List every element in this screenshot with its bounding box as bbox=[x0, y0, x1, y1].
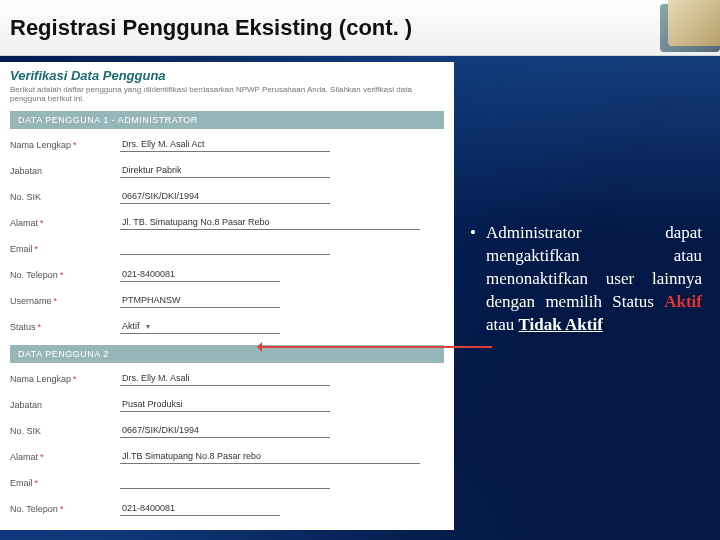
row-username-2: Username* PTM4NJW1L2 bbox=[10, 527, 444, 530]
label-jabatan-2: Jabatan bbox=[10, 400, 120, 410]
select-status-1[interactable]: Aktif ▾ bbox=[120, 320, 280, 334]
label-telepon-2: No. Telepon* bbox=[10, 504, 120, 514]
input-nama-1[interactable]: Drs. Elly M. Asali Act bbox=[120, 138, 330, 152]
callout-note: Administrator dapat mengaktifkan atau me… bbox=[470, 222, 702, 530]
verify-subtext: Berikut adalah daftar pengguna yang diid… bbox=[10, 85, 444, 103]
row-telepon-2: No. Telepon* 021-8400081 bbox=[10, 501, 444, 517]
input-telepon-1[interactable]: 021-8400081 bbox=[120, 268, 280, 282]
input-nama-2[interactable]: Drs. Elly M. Asali bbox=[120, 372, 330, 386]
callout-atau: atau bbox=[486, 315, 519, 334]
row-sik-2: No. SIK 0667/SIK/DKI/1994 bbox=[10, 423, 444, 439]
input-email-2[interactable] bbox=[120, 477, 330, 489]
label-alamat-1: Alamat* bbox=[10, 218, 120, 228]
header-cube-decoration bbox=[580, 0, 720, 56]
row-telepon-1: No. Telepon* 021-8400081 bbox=[10, 267, 444, 283]
input-jabatan-2[interactable]: Pusat Produksi bbox=[120, 398, 330, 412]
form-screenshot-panel: Verifikasi Data Pengguna Berikut adalah … bbox=[0, 62, 454, 530]
row-alamat-1: Alamat* Jl. TB. Simatupang No.8 Pasar Re… bbox=[10, 215, 444, 231]
input-telepon-2[interactable]: 021-8400081 bbox=[120, 502, 280, 516]
label-nama-1: Nama Lengkap* bbox=[10, 140, 120, 150]
callout-tidak-aktif: Tidak Aktif bbox=[519, 315, 603, 334]
chevron-down-icon: ▾ bbox=[146, 322, 150, 331]
callout-bullet: Administrator dapat mengaktifkan atau me… bbox=[470, 222, 702, 337]
input-sik-2[interactable]: 0667/SIK/DKI/1994 bbox=[120, 424, 330, 438]
row-nama-2: Nama Lengkap* Drs. Elly M. Asali bbox=[10, 371, 444, 387]
row-sik-1: No. SIK 0667/SIK/DKI/1994 bbox=[10, 189, 444, 205]
slide-title: Registrasi Pengguna Eksisting (cont. ) bbox=[10, 15, 412, 41]
input-sik-1[interactable]: 0667/SIK/DKI/1994 bbox=[120, 190, 330, 204]
row-email-1: Email* bbox=[10, 241, 444, 257]
input-alamat-2[interactable]: Jl.TB Simatupang No.8 Pasar rebo bbox=[120, 450, 420, 464]
row-alamat-2: Alamat* Jl.TB Simatupang No.8 Pasar rebo bbox=[10, 449, 444, 465]
row-status-1: Status* Aktif ▾ bbox=[10, 319, 444, 335]
row-jabatan-2: Jabatan Pusat Produksi bbox=[10, 397, 444, 413]
label-jabatan-1: Jabatan bbox=[10, 166, 120, 176]
content-row: Verifikasi Data Pengguna Berikut adalah … bbox=[0, 56, 720, 530]
label-sik-1: No. SIK bbox=[10, 192, 120, 202]
label-username-1: Username* bbox=[10, 296, 120, 306]
label-status-1: Status* bbox=[10, 322, 120, 332]
label-telepon-1: No. Telepon* bbox=[10, 270, 120, 280]
label-email-2: Email* bbox=[10, 478, 120, 488]
arrow-annotation bbox=[260, 346, 492, 348]
label-email-1: Email* bbox=[10, 244, 120, 254]
row-nama-1: Nama Lengkap* Drs. Elly M. Asali Act bbox=[10, 137, 444, 153]
row-email-2: Email* bbox=[10, 475, 444, 491]
row-username-1: Username* PTMPHANSW bbox=[10, 293, 444, 309]
input-alamat-1[interactable]: Jl. TB. Simatupang No.8 Pasar Rebo bbox=[120, 216, 420, 230]
label-sik-2: No. SIK bbox=[10, 426, 120, 436]
select-status-1-value: Aktif bbox=[122, 321, 140, 331]
input-jabatan-1[interactable]: Direktur Pabrik bbox=[120, 164, 330, 178]
label-alamat-2: Alamat* bbox=[10, 452, 120, 462]
row-jabatan-1: Jabatan Direktur Pabrik bbox=[10, 163, 444, 179]
label-nama-2: Nama Lengkap* bbox=[10, 374, 120, 384]
callout-aktif: Aktif bbox=[664, 292, 702, 311]
slide-header: Registrasi Pengguna Eksisting (cont. ) bbox=[0, 0, 720, 56]
input-email-1[interactable] bbox=[120, 243, 330, 255]
verify-heading: Verifikasi Data Pengguna bbox=[10, 68, 444, 83]
input-username-1[interactable]: PTMPHANSW bbox=[120, 294, 280, 308]
section-bar-user1: DATA PENGGUNA 1 - ADMINISTRATOR bbox=[10, 111, 444, 129]
input-username-2[interactable]: PTM4NJW1L2 bbox=[120, 528, 280, 530]
